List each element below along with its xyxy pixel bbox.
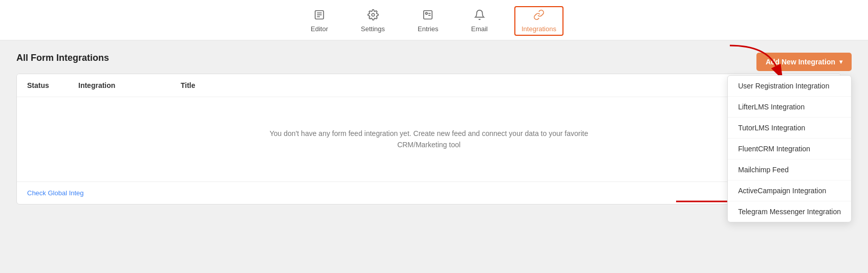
nav-item-integrations[interactable]: Integrations	[514, 6, 563, 36]
dropdown-item-telegram[interactable]: Telegram Messenger Integration	[728, 201, 851, 222]
svg-point-6	[426, 12, 428, 14]
nav-label-editor: Editor	[311, 25, 328, 33]
table-footer: Check Global Integ	[17, 181, 841, 204]
svg-point-4	[372, 13, 375, 16]
empty-message-text: You don't have any form feed integration…	[270, 129, 588, 149]
add-new-integration-button[interactable]: Add New Integration ▾	[756, 53, 852, 71]
dropdown-item-lifter-lms[interactable]: LifterLMS Integration	[728, 97, 851, 118]
nav-label-entries: Entries	[418, 25, 438, 33]
nav-item-email[interactable]: Email	[465, 6, 494, 36]
editor-icon	[314, 9, 325, 23]
col-integration-header: Integration	[78, 81, 181, 89]
integrations-table: Status Integration Title You don't have …	[16, 74, 841, 204]
email-icon	[474, 9, 485, 23]
page-title: All Form Integrations	[16, 53, 852, 63]
dropdown-item-fluent-crm[interactable]: FluentCRM Integration	[728, 139, 851, 160]
settings-icon	[367, 9, 379, 23]
nav-label-email: Email	[471, 25, 488, 33]
nav-item-settings[interactable]: Settings	[355, 6, 391, 36]
table-header: Status Integration Title	[17, 74, 841, 97]
svg-rect-5	[424, 11, 432, 19]
top-navigation: EditorSettingsEntriesEmailIntegrations	[0, 0, 868, 40]
add-integration-label: Add New Integration	[766, 58, 835, 66]
dropdown-item-active-campaign[interactable]: ActiveCampaign Integration	[728, 180, 851, 201]
dropdown-item-tutor-lms[interactable]: TutorLMS Integration	[728, 118, 851, 139]
main-content: All Form Integrations Status Integration…	[0, 40, 868, 217]
check-global-link[interactable]: Check Global Integ	[27, 189, 84, 197]
dropdown-item-user-registration[interactable]: User Registration Integration	[728, 76, 851, 97]
nav-label-settings: Settings	[361, 25, 385, 33]
col-status-header: Status	[27, 81, 78, 89]
chevron-down-icon: ▾	[839, 58, 842, 65]
integration-dropdown-menu: User Registration IntegrationLifterLMS I…	[727, 75, 852, 222]
dropdown-item-mailchimp[interactable]: Mailchimp Feed	[728, 160, 851, 180]
nav-label-integrations: Integrations	[522, 25, 556, 33]
integrations-icon	[533, 9, 545, 23]
table-empty-message: You don't have any form feed integration…	[17, 97, 841, 181]
nav-item-entries[interactable]: Entries	[411, 6, 444, 36]
nav-item-editor[interactable]: Editor	[305, 6, 334, 36]
entries-icon	[422, 9, 433, 23]
